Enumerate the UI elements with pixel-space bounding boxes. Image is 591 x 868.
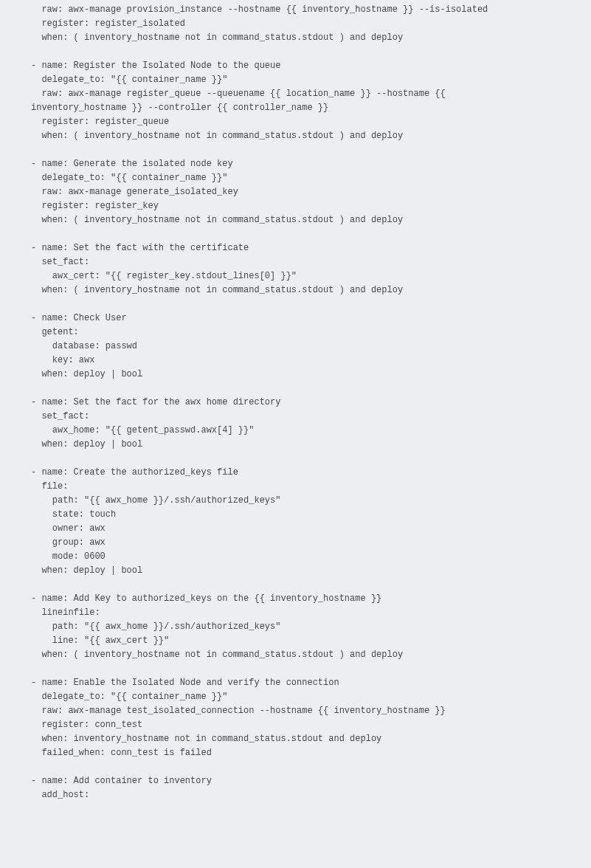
yaml-code-block: raw: awx-manage provision_instance --hos… xyxy=(0,0,591,810)
